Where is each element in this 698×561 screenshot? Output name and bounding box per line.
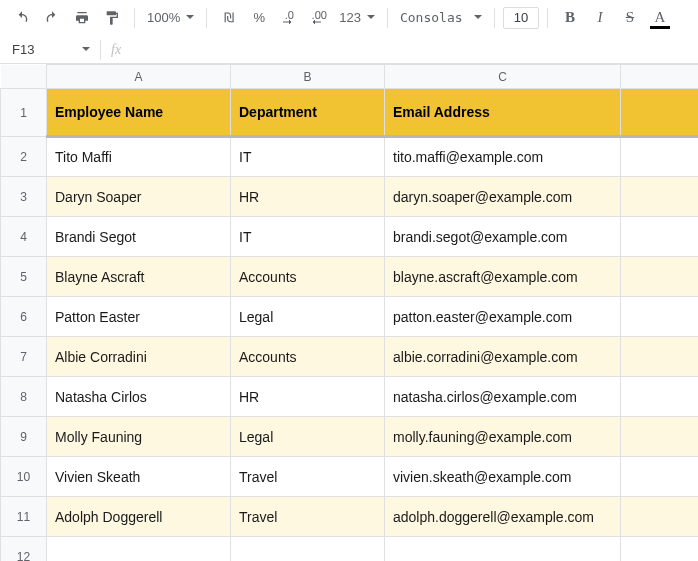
cell[interactable]: HR [231,377,385,417]
row-header[interactable]: 1 [1,89,47,137]
bold-button[interactable]: B [556,4,584,32]
row-header[interactable]: 11 [1,497,47,537]
cell[interactable] [231,537,385,562]
row-header[interactable]: 3 [1,177,47,217]
cell[interactable]: adolph.doggerell@example.com [385,497,621,537]
separator [494,8,495,28]
formula-bar-row: F13 fx [0,36,698,64]
chevron-down-icon [367,15,375,20]
cell[interactable] [621,297,699,337]
cell[interactable] [621,417,699,457]
cell[interactable] [621,217,699,257]
italic-button[interactable]: I [586,4,614,32]
zoom-dropdown[interactable]: 100% [143,10,198,25]
text-color-button[interactable]: A [646,4,674,32]
decrease-decimal-button[interactable]: .0 [275,4,303,32]
separator [387,8,388,28]
cell[interactable]: tito.maffi@example.com [385,137,621,177]
select-all-corner[interactable] [1,65,47,89]
cell[interactable] [621,177,699,217]
cell[interactable]: Legal [231,297,385,337]
cell[interactable]: brandi.segot@example.com [385,217,621,257]
font-size-input[interactable]: 10 [503,7,539,29]
cell[interactable]: Email Address [385,89,621,137]
cell[interactable]: Albie Corradini [47,337,231,377]
cell[interactable]: Employee Name [47,89,231,137]
cell[interactable]: Blayne Ascraft [47,257,231,297]
cell[interactable]: Molly Fauning [47,417,231,457]
cell[interactable]: Patton Easter [47,297,231,337]
chevron-down-icon [474,15,482,20]
format-percent-button[interactable]: % [245,4,273,32]
cell[interactable] [621,537,699,562]
cell[interactable]: Travel [231,497,385,537]
row-header[interactable]: 10 [1,457,47,497]
cell[interactable]: Brandi Segot [47,217,231,257]
cell[interactable] [621,497,699,537]
name-box-value: F13 [12,42,34,57]
cell[interactable] [621,257,699,297]
separator [547,8,548,28]
cell[interactable] [621,377,699,417]
cell[interactable]: Tito Maffi [47,137,231,177]
redo-button[interactable] [38,4,66,32]
name-box[interactable]: F13 [4,38,96,62]
cell[interactable]: albie.corradini@example.com [385,337,621,377]
row-header[interactable]: 5 [1,257,47,297]
cell[interactable]: Travel [231,457,385,497]
paint-format-button[interactable] [98,4,126,32]
separator [100,40,101,60]
cell[interactable]: HR [231,177,385,217]
cell[interactable]: natasha.cirlos@example.com [385,377,621,417]
col-header-b[interactable]: B [231,65,385,89]
row-header[interactable]: 4 [1,217,47,257]
cell[interactable]: IT [231,217,385,257]
more-formats-dropdown[interactable]: 123 [335,10,379,25]
col-header-d[interactable] [621,65,699,89]
undo-button[interactable] [8,4,36,32]
col-header-c[interactable]: C [385,65,621,89]
separator [134,8,135,28]
strikethrough-button[interactable]: S [616,4,644,32]
chevron-down-icon [186,15,194,20]
increase-decimal-button[interactable]: .00 [305,4,333,32]
chevron-down-icon [82,47,90,52]
font-dropdown[interactable]: Consolas [396,10,486,25]
cell[interactable]: Accounts [231,257,385,297]
cell[interactable] [47,537,231,562]
cell[interactable]: blayne.ascraft@example.com [385,257,621,297]
cell[interactable]: IT [231,137,385,177]
toolbar: 100% ₪ % .0 .00 123 Consolas 10 B I S A [0,0,698,36]
cell[interactable] [385,537,621,562]
cell[interactable]: Vivien Skeath [47,457,231,497]
cell[interactable]: Adolph Doggerell [47,497,231,537]
zoom-value: 100% [147,10,180,25]
cell[interactable]: daryn.soaper@example.com [385,177,621,217]
row-header[interactable]: 7 [1,337,47,377]
cell[interactable]: Accounts [231,337,385,377]
spreadsheet-grid: A B C 1 Employee Name Department Email A… [0,64,698,561]
cell[interactable] [621,337,699,377]
print-button[interactable] [68,4,96,32]
cell[interactable]: molly.fauning@example.com [385,417,621,457]
col-header-a[interactable]: A [47,65,231,89]
cell[interactable]: patton.easter@example.com [385,297,621,337]
format-currency-button[interactable]: ₪ [215,4,243,32]
row-header[interactable]: 6 [1,297,47,337]
row-header[interactable]: 2 [1,137,47,177]
cell[interactable] [621,137,699,177]
cell[interactable]: Daryn Soaper [47,177,231,217]
cell[interactable]: Natasha Cirlos [47,377,231,417]
cell[interactable] [621,457,699,497]
row-header[interactable]: 8 [1,377,47,417]
cell[interactable]: Legal [231,417,385,457]
cell[interactable]: Department [231,89,385,137]
cell[interactable]: vivien.skeath@example.com [385,457,621,497]
fx-label: fx [105,42,127,58]
row-header[interactable]: 12 [1,537,47,562]
cell[interactable] [621,89,699,137]
separator [206,8,207,28]
formula-input[interactable] [127,36,698,63]
row-header[interactable]: 9 [1,417,47,457]
